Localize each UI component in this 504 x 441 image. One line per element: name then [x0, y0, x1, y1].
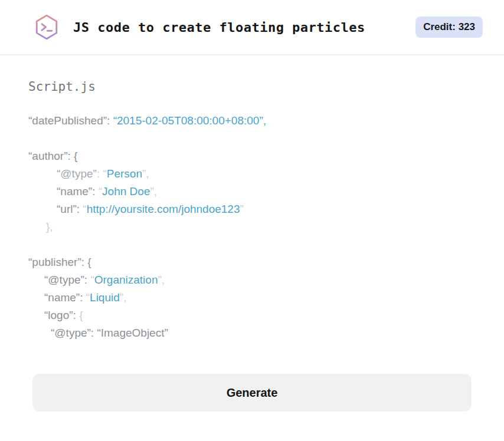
code-token: “publisher”: {	[28, 256, 91, 268]
credit-badge: Credit: 323	[415, 17, 483, 38]
code-line: “@type”: “Person”,	[28, 165, 476, 183]
code-token: ”,	[120, 291, 127, 304]
header: JS code to create floating particles Cre…	[0, 0, 504, 55]
code-token: ”,	[158, 274, 165, 286]
code-token: “2015-02-05T08:00:00+08:00”,	[113, 114, 266, 127]
code-line: “@type”: “ImageObject”	[28, 324, 476, 342]
code-line: “name”: “John Doe”,	[28, 183, 476, 200]
script-filename: Script.js	[28, 78, 476, 96]
code-token: {	[79, 309, 83, 321]
code-line: “url”: “http://yoursite.com/johndoe123”	[28, 200, 476, 218]
code-token: ”,	[150, 185, 157, 198]
code-line	[28, 236, 476, 254]
page-title: JS code to create floating particles	[73, 20, 365, 35]
code-token: Organization	[94, 274, 158, 286]
code-token: },	[46, 220, 53, 233]
code-token: “author”: {	[28, 150, 77, 162]
generate-button[interactable]: Generate	[32, 374, 472, 412]
code-token: “@type”	[57, 167, 97, 180]
code-line: },	[28, 218, 476, 236]
code-token: “@type”: “ImageObject”	[51, 327, 168, 339]
code-token: Person	[107, 167, 142, 180]
code-token: ”,	[142, 167, 149, 180]
app-window: JS code to create floating particles Cre…	[0, 0, 504, 412]
code-block: “datePublished”: “2015-02-05T08:00:00+08…	[28, 112, 476, 342]
button-row: Generate	[28, 342, 476, 412]
code-line: “@type”: “Organization”,	[28, 271, 476, 289]
code-token: :	[97, 167, 103, 180]
code-token: “logo”:	[44, 309, 79, 321]
code-token: John Doe	[102, 185, 150, 198]
code-line: “logo”: {	[28, 307, 476, 324]
code-token: http://yoursite.com/johndoe123	[87, 203, 240, 215]
main-content: Script.js “datePublished”: “2015-02-05T0…	[0, 55, 504, 412]
code-token: “datePublished”:	[28, 114, 113, 127]
code-token: “name”:	[57, 185, 99, 198]
code-line: “author”: {	[28, 147, 476, 165]
code-line: “name”: “Liquid”,	[28, 289, 476, 307]
code-token: “name”:	[44, 291, 86, 304]
code-token: “@type”:	[44, 274, 90, 286]
code-line: “datePublished”: “2015-02-05T08:00:00+08…	[28, 112, 476, 130]
terminal-prompt-hexagon-icon	[33, 13, 60, 41]
code-token: Liquid	[90, 291, 120, 304]
code-token: “url”:	[57, 203, 83, 215]
code-line: “publisher”: {	[28, 254, 476, 271]
code-line	[28, 130, 476, 147]
code-token: ”	[240, 203, 244, 215]
